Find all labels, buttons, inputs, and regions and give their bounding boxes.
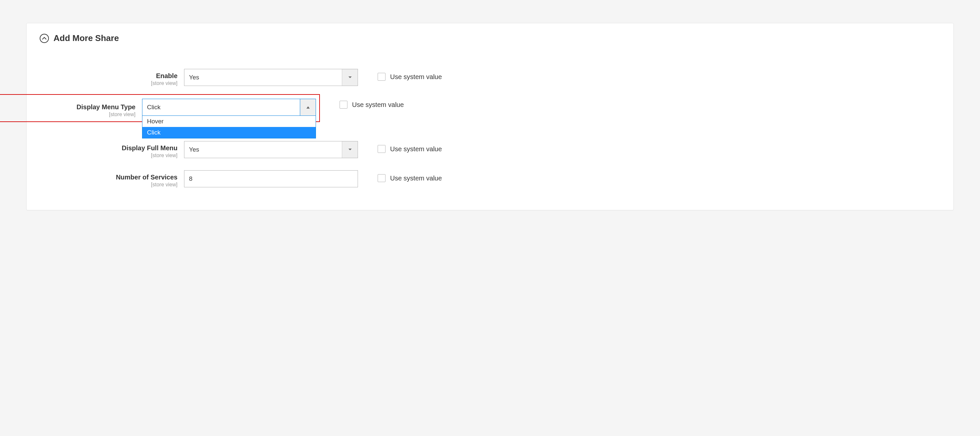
- number-of-services-input[interactable]: [184, 170, 358, 187]
- use-system-label: Use system value: [390, 145, 442, 153]
- label-display-full-menu: Display Full Menu [store view]: [40, 141, 184, 158]
- section-title: Add More Share: [54, 33, 119, 43]
- use-system-label: Use system value: [352, 101, 404, 108]
- label-enable: Enable [store view]: [40, 69, 184, 86]
- display-menu-type-use-system-checkbox[interactable]: [340, 101, 347, 108]
- label-number-of-services: Number of Services [store view]: [40, 170, 184, 188]
- label-display-menu-type: Display Menu Type [store view]: [40, 99, 142, 118]
- display-full-menu-use-system-checkbox[interactable]: [378, 145, 385, 153]
- use-system-label: Use system value: [390, 175, 442, 182]
- highlight-box: Display Menu Type [store view] Click Hov…: [0, 94, 320, 122]
- chevron-down-icon: [342, 69, 358, 86]
- display-menu-type-dropdown: Hover Click: [142, 116, 316, 138]
- config-panel: Add More Share Enable [store view] Yes U…: [26, 23, 954, 210]
- chevron-up-icon: [40, 34, 49, 43]
- row-display-full-menu: Display Full Menu [store view] Yes Use s…: [40, 135, 940, 164]
- use-system-label: Use system value: [390, 73, 442, 81]
- number-of-services-use-system-checkbox[interactable]: [378, 174, 385, 182]
- section-header[interactable]: Add More Share: [40, 33, 940, 43]
- form-rows: Enable [store view] Yes Use system value: [40, 63, 940, 194]
- enable-select[interactable]: Yes: [184, 69, 358, 86]
- row-display-menu-type: Display Menu Type [store view] Click Hov…: [40, 92, 940, 135]
- chevron-up-icon: [300, 99, 316, 116]
- dropdown-option-hover[interactable]: Hover: [142, 116, 316, 127]
- dropdown-option-click[interactable]: Click: [142, 127, 316, 138]
- chevron-down-icon: [342, 142, 358, 158]
- row-enable: Enable [store view] Yes Use system value: [40, 63, 940, 92]
- row-number-of-services: Number of Services [store view] Use syst…: [40, 164, 940, 194]
- display-full-menu-select[interactable]: Yes: [184, 141, 358, 158]
- display-menu-type-select[interactable]: Click: [142, 99, 316, 116]
- enable-use-system-checkbox[interactable]: [378, 73, 385, 81]
